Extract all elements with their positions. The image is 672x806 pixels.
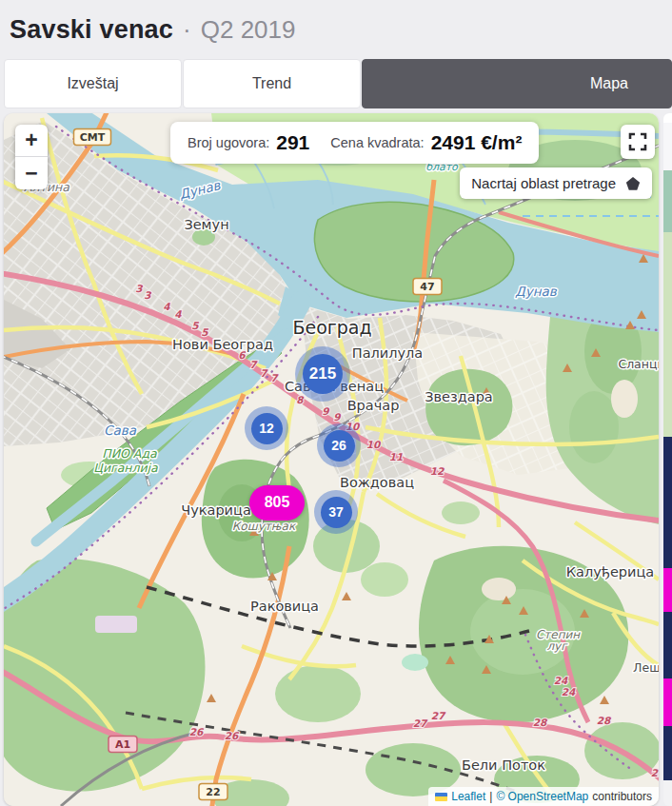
- tab-label: Trend: [252, 75, 291, 92]
- ukraine-flag-icon: [435, 793, 447, 801]
- price-stat: Cena kvadrata: 2491 €/m²: [330, 131, 522, 154]
- draw-search-area-button[interactable]: Nacrtaj oblast pretrage: [460, 167, 652, 199]
- road-number: 28: [533, 717, 548, 728]
- map-cluster-marker[interactable]: 12: [245, 406, 288, 450]
- map-panel: CMT47А122 334455677789910101112242426262…: [4, 113, 659, 806]
- map-label-city: Калуђерица: [566, 564, 654, 580]
- map-label-city: Нови Београд: [172, 337, 273, 352]
- contributors-label: contributors: [592, 790, 652, 803]
- road-number: 26: [225, 730, 240, 741]
- map-attribution: Leaflet | © OpenStreetMap contributors: [428, 787, 659, 806]
- map-label-area: Кошутњак: [232, 520, 297, 533]
- map-label-water: Дунав: [515, 284, 558, 299]
- page-header: Savski venac · Q2 2019: [10, 6, 295, 53]
- cluster-count: 215: [303, 354, 343, 394]
- road-badge: А1: [109, 737, 137, 753]
- zoom-control: + −: [15, 125, 48, 189]
- road-badge-text: А1: [115, 738, 130, 751]
- map-label-city: Раковица: [250, 599, 319, 614]
- contracts-stat: Broj ugovora: 291: [188, 131, 309, 154]
- road-number: 5: [191, 320, 199, 331]
- zoom-in-button[interactable]: +: [15, 125, 48, 157]
- road-number: 3: [144, 289, 151, 301]
- map-pin-marker[interactable]: 805: [249, 485, 305, 521]
- contracts-label: Broj ugovora:: [188, 135, 269, 150]
- tab-label: Izveštaj: [67, 75, 118, 92]
- map-stats-card: Broj ugovora: 291 Cena kvadrata: 2491 €/…: [170, 122, 539, 164]
- map-label-area: луг: [546, 639, 568, 653]
- road-number: 24: [554, 675, 568, 686]
- tab-label: Mapa: [590, 75, 628, 92]
- road-badge-text: 22: [206, 786, 220, 798]
- cluster-count: 12: [251, 413, 283, 444]
- tab-mapa[interactable]: Mapa: [362, 59, 672, 108]
- fullscreen-icon: [628, 132, 647, 151]
- title-separator: ·: [183, 15, 191, 45]
- road-number: 4: [174, 308, 182, 320]
- zoom-out-button[interactable]: −: [15, 157, 48, 189]
- draw-search-area-label: Nacrtaj oblast pretrage: [471, 175, 616, 191]
- map-label-green: ПИО Ада: [102, 446, 157, 461]
- road-badge: 47: [413, 279, 442, 295]
- road-number: 27: [431, 710, 446, 721]
- road-badge: 22: [199, 784, 227, 800]
- leaflet-link[interactable]: Leaflet: [451, 790, 485, 803]
- road-number: 10: [366, 439, 382, 450]
- road-badge-text: 47: [420, 281, 434, 293]
- map-label-water: Сава: [104, 423, 137, 438]
- attribution-divider: |: [489, 790, 492, 803]
- map-label-city: Палилула: [352, 345, 423, 361]
- map-label-suburb: Лешт: [633, 660, 659, 675]
- page-title: Savski venac: [10, 15, 173, 45]
- map-cluster-marker[interactable]: 26: [317, 423, 361, 467]
- road-number: 24: [562, 686, 576, 698]
- road-number: 29: [651, 767, 659, 778]
- map-cluster-marker[interactable]: 37: [314, 490, 358, 534]
- road-number: 26: [189, 726, 205, 737]
- map-label-green: Циганлија: [93, 461, 158, 475]
- map-cluster-marker[interactable]: 215: [295, 346, 350, 402]
- map-label-city: Звездара: [425, 389, 492, 404]
- tab-izveštaj[interactable]: Izveštaj: [4, 59, 182, 108]
- tab-trend[interactable]: Trend: [183, 59, 361, 108]
- map-label-city: Вождовац: [340, 475, 414, 490]
- contracts-value: 291: [276, 131, 309, 154]
- title-period: Q2 2019: [201, 15, 296, 45]
- fullscreen-button[interactable]: [621, 125, 655, 159]
- price-value: 2491 €/m²: [431, 131, 523, 154]
- map-label-city: Врачар: [347, 398, 400, 413]
- road-number: 28: [597, 715, 612, 726]
- map-label-city: Чукарица: [181, 502, 251, 518]
- osm-link[interactable]: © OpenStreetMap: [496, 790, 588, 803]
- map-label-capital: Београд: [292, 317, 371, 338]
- road-badge: CMT: [74, 129, 111, 146]
- road-number: 3: [135, 283, 143, 294]
- road-badge-text: CMT: [80, 131, 106, 144]
- price-label: Cena kvadrata:: [330, 135, 424, 150]
- road-number: 12: [430, 465, 445, 477]
- cluster-count: 26: [324, 430, 355, 462]
- map-label-city: Бели Поток: [462, 757, 545, 773]
- road-number: 4: [163, 301, 170, 312]
- cluster-count: 37: [321, 497, 352, 528]
- road-number: 27: [413, 718, 428, 729]
- next-card-preview: [663, 113, 672, 806]
- map-label-suburb: Сланци: [618, 357, 659, 371]
- road-number: 11: [389, 451, 404, 462]
- map-label-city: Земун: [184, 217, 228, 232]
- pentagon-icon: [625, 176, 641, 191]
- tab-bar: IzveštajTrendMapa: [4, 59, 672, 108]
